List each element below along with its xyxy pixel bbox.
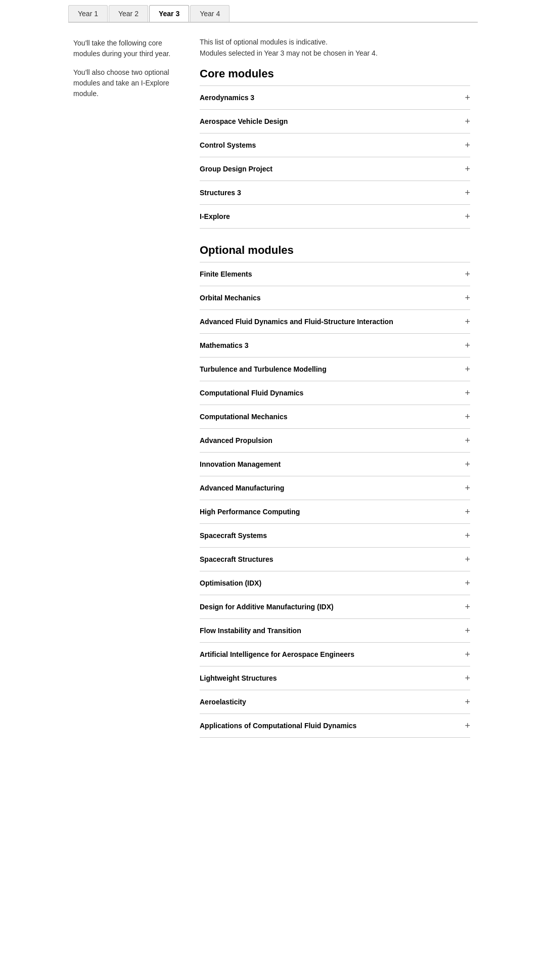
notice-text: This list of optional modules is indicat… bbox=[200, 38, 470, 46]
expand-icon[interactable]: + bbox=[465, 483, 470, 493]
expand-icon[interactable]: + bbox=[465, 674, 470, 683]
core-module-item[interactable]: I-Explore+ bbox=[200, 205, 470, 229]
optional-module-name: Mathematics 3 bbox=[200, 341, 460, 349]
core-module-name: Structures 3 bbox=[200, 189, 460, 197]
expand-icon[interactable]: + bbox=[465, 93, 470, 102]
optional-module-item[interactable]: Computational Mechanics+ bbox=[200, 405, 470, 429]
optional-module-name: Orbital Mechanics bbox=[200, 294, 460, 302]
expand-icon[interactable]: + bbox=[465, 531, 470, 540]
expand-icon[interactable]: + bbox=[465, 365, 470, 374]
core-module-name: Aerospace Vehicle Design bbox=[200, 117, 460, 125]
optional-module-item[interactable]: Advanced Propulsion+ bbox=[200, 429, 470, 453]
core-module-name: Control Systems bbox=[200, 141, 460, 149]
optional-module-item[interactable]: Advanced Fluid Dynamics and Fluid-Struct… bbox=[200, 310, 470, 334]
core-module-name: Group Design Project bbox=[200, 165, 460, 173]
optional-module-name: Artificial Intelligence for Aerospace En… bbox=[200, 650, 460, 658]
optional-module-item[interactable]: Turbulence and Turbulence Modelling+ bbox=[200, 358, 470, 381]
optional-module-item[interactable]: Aeroelasticity+ bbox=[200, 690, 470, 714]
optional-module-name: Advanced Manufacturing bbox=[200, 484, 460, 492]
optional-module-item[interactable]: Lightweight Structures+ bbox=[200, 666, 470, 690]
optional-module-item[interactable]: Applications of Computational Fluid Dyna… bbox=[200, 714, 470, 738]
expand-icon[interactable]: + bbox=[465, 341, 470, 350]
optional-module-name: Finite Elements bbox=[200, 270, 460, 278]
optional-module-item[interactable]: Orbital Mechanics+ bbox=[200, 286, 470, 310]
optional-module-item[interactable]: Mathematics 3+ bbox=[200, 334, 470, 358]
expand-icon[interactable]: + bbox=[465, 555, 470, 564]
core-module-item[interactable]: Aerodynamics 3+ bbox=[200, 86, 470, 110]
optional-module-name: Spacecraft Structures bbox=[200, 555, 460, 563]
expand-icon[interactable]: + bbox=[465, 626, 470, 635]
warning-text: Modules selected in Year 3 may not be ch… bbox=[200, 49, 470, 57]
optional-module-name: Computational Mechanics bbox=[200, 413, 460, 421]
optional-module-item[interactable]: Optimisation (IDX)+ bbox=[200, 571, 470, 595]
expand-icon[interactable]: + bbox=[465, 578, 470, 588]
optional-module-name: High Performance Computing bbox=[200, 508, 460, 516]
expand-icon[interactable]: + bbox=[465, 117, 470, 126]
optional-module-item[interactable]: Spacecraft Structures+ bbox=[200, 548, 470, 571]
core-modules-list: Aerodynamics 3+Aerospace Vehicle Design+… bbox=[200, 85, 470, 229]
optional-module-name: Optimisation (IDX) bbox=[200, 579, 460, 587]
optional-module-name: Innovation Management bbox=[200, 460, 460, 468]
expand-icon[interactable]: + bbox=[465, 650, 470, 659]
optional-module-item[interactable]: Design for Additive Manufacturing (IDX)+ bbox=[200, 595, 470, 619]
optional-module-item[interactable]: Flow Instability and Transition+ bbox=[200, 619, 470, 643]
core-module-item[interactable]: Control Systems+ bbox=[200, 133, 470, 157]
expand-icon[interactable]: + bbox=[465, 212, 470, 221]
tab-year-4[interactable]: Year 4 bbox=[190, 5, 230, 22]
optional-module-item[interactable]: Computational Fluid Dynamics+ bbox=[200, 381, 470, 405]
expand-icon[interactable]: + bbox=[465, 270, 470, 279]
core-module-item[interactable]: Aerospace Vehicle Design+ bbox=[200, 110, 470, 133]
optional-module-item[interactable]: Finite Elements+ bbox=[200, 262, 470, 286]
optional-modules-list: Finite Elements+Orbital Mechanics+Advanc… bbox=[200, 262, 470, 738]
tabs-bar: Year 1Year 2Year 3Year 4 bbox=[68, 0, 478, 23]
optional-module-item[interactable]: High Performance Computing+ bbox=[200, 500, 470, 524]
optional-module-item[interactable]: Spacecraft Systems+ bbox=[200, 524, 470, 548]
right-column: This list of optional modules is indicat… bbox=[200, 38, 470, 753]
optional-module-name: Advanced Propulsion bbox=[200, 436, 460, 444]
expand-icon[interactable]: + bbox=[465, 141, 470, 150]
optional-module-name: Turbulence and Turbulence Modelling bbox=[200, 365, 460, 373]
expand-icon[interactable]: + bbox=[465, 697, 470, 706]
left-para1: You'll take the following core modules d… bbox=[73, 38, 190, 59]
optional-module-item[interactable]: Innovation Management+ bbox=[200, 453, 470, 476]
optional-module-item[interactable]: Artificial Intelligence for Aerospace En… bbox=[200, 643, 470, 666]
left-para2: You'll also choose two optional modules … bbox=[73, 67, 190, 99]
expand-icon[interactable]: + bbox=[465, 412, 470, 421]
optional-module-name: Applications of Computational Fluid Dyna… bbox=[200, 722, 460, 730]
optional-modules-heading: Optional modules bbox=[200, 244, 470, 257]
expand-icon[interactable]: + bbox=[465, 721, 470, 730]
optional-module-name: Spacecraft Systems bbox=[200, 531, 460, 540]
expand-icon[interactable]: + bbox=[465, 507, 470, 516]
core-module-name: I-Explore bbox=[200, 212, 460, 220]
expand-icon[interactable]: + bbox=[465, 602, 470, 611]
core-module-name: Aerodynamics 3 bbox=[200, 94, 460, 102]
left-column: You'll take the following core modules d… bbox=[73, 38, 190, 753]
optional-module-name: Computational Fluid Dynamics bbox=[200, 389, 460, 397]
core-modules-heading: Core modules bbox=[200, 67, 470, 80]
core-module-item[interactable]: Structures 3+ bbox=[200, 181, 470, 205]
optional-module-name: Advanced Fluid Dynamics and Fluid-Struct… bbox=[200, 318, 460, 326]
expand-icon[interactable]: + bbox=[465, 460, 470, 469]
optional-module-name: Design for Additive Manufacturing (IDX) bbox=[200, 603, 460, 611]
expand-icon[interactable]: + bbox=[465, 188, 470, 197]
tab-year-2[interactable]: Year 2 bbox=[109, 5, 148, 22]
tab-year-3[interactable]: Year 3 bbox=[149, 5, 189, 22]
optional-module-item[interactable]: Advanced Manufacturing+ bbox=[200, 476, 470, 500]
expand-icon[interactable]: + bbox=[465, 388, 470, 397]
expand-icon[interactable]: + bbox=[465, 436, 470, 445]
expand-icon[interactable]: + bbox=[465, 317, 470, 326]
tab-year-1[interactable]: Year 1 bbox=[68, 5, 108, 22]
main-content: You'll take the following core modules d… bbox=[68, 23, 478, 768]
optional-module-name: Flow Instability and Transition bbox=[200, 627, 460, 635]
core-module-item[interactable]: Group Design Project+ bbox=[200, 157, 470, 181]
optional-module-name: Aeroelasticity bbox=[200, 698, 460, 706]
expand-icon[interactable]: + bbox=[465, 164, 470, 173]
expand-icon[interactable]: + bbox=[465, 293, 470, 302]
optional-module-name: Lightweight Structures bbox=[200, 674, 460, 682]
